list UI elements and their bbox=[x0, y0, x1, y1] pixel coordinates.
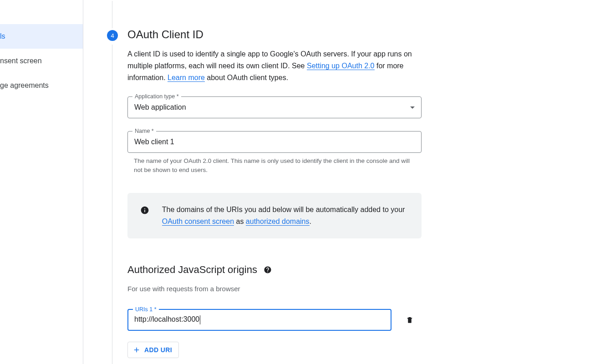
desc-text: about OAuth client types. bbox=[205, 74, 288, 81]
text-cursor bbox=[200, 315, 200, 324]
help-icon[interactable] bbox=[264, 266, 272, 274]
field-label: Application type * bbox=[132, 93, 181, 100]
info-icon bbox=[140, 206, 149, 215]
add-uri-label: ADD URI bbox=[144, 346, 172, 354]
step-number: 4 bbox=[111, 32, 114, 39]
info-text-part: . bbox=[310, 217, 311, 225]
field-value: Web application bbox=[134, 103, 410, 111]
info-text-part: as bbox=[234, 217, 246, 225]
info-text: The domains of the URIs you add below wi… bbox=[162, 204, 411, 228]
sidebar: ls nsent screen ge agreements bbox=[0, 0, 83, 364]
chevron-down-icon bbox=[410, 106, 415, 109]
delete-uri-button[interactable] bbox=[405, 315, 414, 324]
field-label: Name * bbox=[132, 128, 156, 134]
section-description: A client ID is used to identify a single… bbox=[127, 48, 426, 84]
uri-input-1[interactable]: URIs 1 * http://localhost:3000 bbox=[127, 309, 391, 331]
uri-value: http://localhost:3000 bbox=[134, 315, 385, 324]
info-text-part: The domains of the URIs you add below wi… bbox=[162, 206, 405, 213]
sidebar-item-credentials[interactable]: ls bbox=[0, 24, 83, 49]
trash-icon bbox=[406, 316, 414, 324]
sidebar-item-consent-screen[interactable]: nsent screen bbox=[0, 49, 83, 73]
sidebar-item-label: ge agreements bbox=[0, 81, 49, 90]
add-uri-button[interactable]: ADD URI bbox=[127, 342, 179, 358]
stepper-line bbox=[112, 45, 113, 364]
application-type-select[interactable]: Application type * Web application bbox=[127, 96, 422, 118]
name-helper-text: The name of your OAuth 2.0 client. This … bbox=[134, 157, 419, 175]
link-authorized-domains[interactable]: authorized domains bbox=[246, 217, 310, 226]
name-input-field[interactable] bbox=[134, 138, 415, 146]
uri-text: http://localhost:3000 bbox=[134, 315, 199, 323]
step-number-badge: 4 bbox=[107, 30, 118, 41]
link-setting-up-oauth[interactable]: Setting up OAuth 2.0 bbox=[307, 62, 375, 70]
sidebar-item-page-agreements[interactable]: ge agreements bbox=[0, 73, 83, 98]
origins-description: For use with requests from a browser bbox=[127, 285, 426, 293]
main-content: 4 OAuth Client ID A client ID is used to… bbox=[83, 0, 610, 364]
link-learn-more[interactable]: Learn more bbox=[168, 74, 205, 82]
info-callout: The domains of the URIs you add below wi… bbox=[127, 193, 422, 238]
name-input[interactable]: Name * bbox=[127, 131, 422, 153]
origins-title-text: Authorized JavaScript origins bbox=[127, 264, 257, 276]
field-label: URIs 1 * bbox=[133, 306, 159, 313]
sidebar-item-label: nsent screen bbox=[0, 57, 42, 65]
section-title: OAuth Client ID bbox=[127, 28, 426, 41]
plus-icon bbox=[132, 346, 141, 354]
origins-title: Authorized JavaScript origins bbox=[127, 264, 426, 276]
link-oauth-consent-screen[interactable]: OAuth consent screen bbox=[162, 217, 234, 226]
stepper-line bbox=[112, 1, 113, 28]
sidebar-item-label: ls bbox=[0, 32, 5, 40]
